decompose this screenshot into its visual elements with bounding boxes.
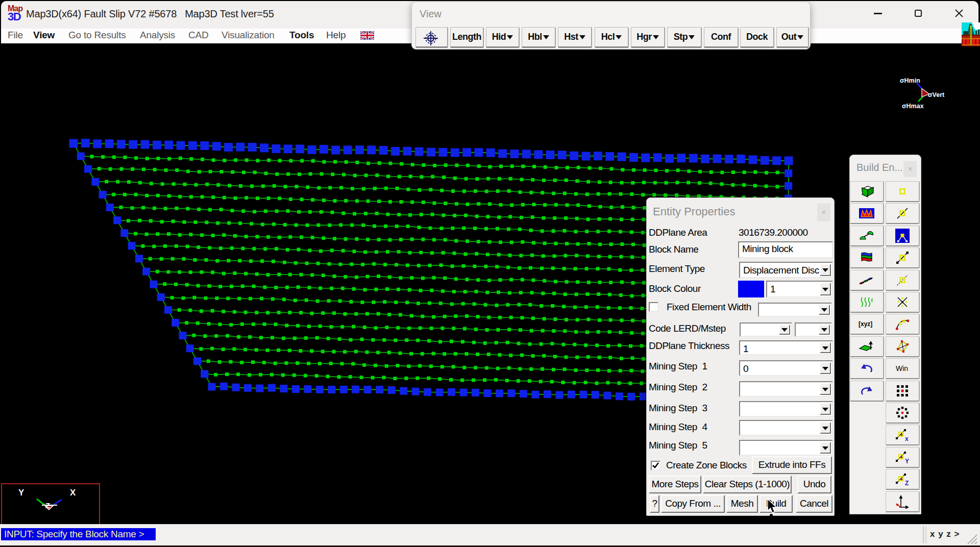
svg-text:σVert: σVert	[928, 91, 945, 98]
svg-text:x: x	[905, 435, 909, 442]
svg-text:σHmax: σHmax	[902, 103, 924, 110]
svg-text:Z: Z	[45, 501, 50, 510]
svg-text:Y: Y	[905, 458, 909, 464]
svg-text:[xyz]: [xyz]	[859, 320, 872, 328]
svg-text:Z: Z	[905, 480, 909, 486]
svg-text:Win: Win	[896, 364, 908, 372]
